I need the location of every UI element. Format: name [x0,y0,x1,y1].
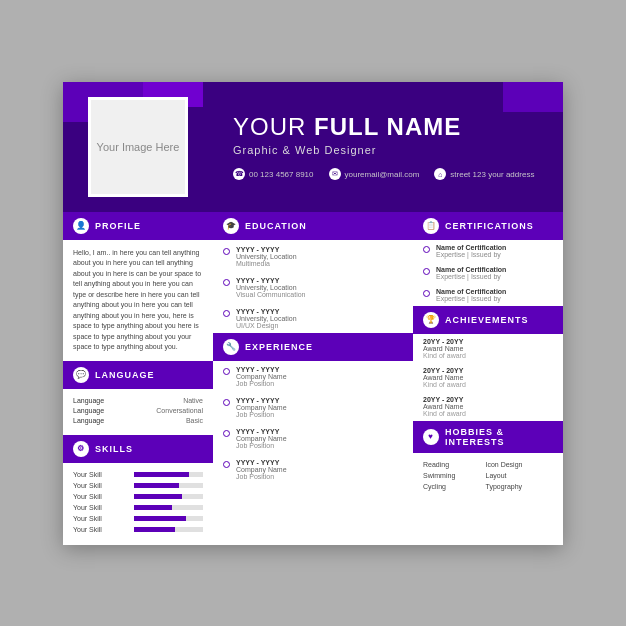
hobby-item: Swimming [423,472,482,479]
email-text: youremail@mail.com [345,170,420,179]
lang-name: Language [73,417,104,424]
ach-kind: Kind of award [423,381,553,388]
skill-name: Your Skill [73,471,128,478]
right-side: 🎓 EDUCATION YYYY - YYYY University, Loca… [213,212,563,545]
profile-label: PROFILE [95,221,141,231]
certifications-header: 📋 CERTIFICATIONS [413,212,563,240]
cert-content: Name of Certification Expertise | Issued… [436,266,506,280]
cert-detail: Expertise | Issued by [436,273,506,280]
achievement-item: 20YY - 20YY Award Name Kind of award [413,392,563,421]
achievement-item: 20YY - 20YY Award Name Kind of award [413,334,563,363]
name-bold: FULL NAME [314,113,461,140]
exp-content: YYYY - YYYY Company Name Job Position [236,366,287,387]
exp-content: YYYY - YYYY Company Name Job Position [236,459,287,480]
skill-bar-fill [134,494,182,499]
skill-name: Your Skill [73,504,128,511]
full-name: YOUR FULL NAME [233,113,543,141]
hobbies-icon: ♥ [423,429,439,445]
skill-bar [134,483,203,488]
hobbies-label: HOBBIES & INTERESTS [445,427,553,447]
edu-year: YYYY - YYYY [236,308,297,315]
language-item: LanguageBasic [73,417,203,424]
skill-bar [134,472,203,477]
exp-company: Company Name [236,466,287,473]
edu-year: YYYY - YYYY [236,277,306,284]
ach-kind: Kind of award [423,352,553,359]
experience-item: YYYY - YYYY Company Name Job Position [213,423,413,454]
phone-text: 00 123 4567 8910 [249,170,314,179]
certifications-label: CERTIFICATIONS [445,221,534,231]
lang-level: Basic [186,417,203,424]
exp-company: Company Name [236,404,287,411]
bullet [223,399,230,406]
ach-name: Award Name [423,403,553,410]
skill-bar [134,505,203,510]
skill-item: Your Skill [73,471,203,478]
bullet [223,461,230,468]
exp-year: YYYY - YYYY [236,366,287,373]
cert-detail: Expertise | Issued by [436,295,506,302]
edu-content: YYYY - YYYY University, Location UI/UX D… [236,308,297,329]
skill-item: Your Skill [73,482,203,489]
lang-name: Language [73,407,104,414]
mid-column: 🎓 EDUCATION YYYY - YYYY University, Loca… [213,212,413,545]
exp-company: Company Name [236,435,287,442]
exp-year: YYYY - YYYY [236,428,287,435]
cert-detail: Expertise | Issued by [436,251,506,258]
bullet [223,430,230,437]
right-right-column: 📋 CERTIFICATIONS Name of Certification E… [413,212,563,545]
body: 👤 PROFILE Hello, I am.. in here you can … [63,212,563,545]
exp-year: YYYY - YYYY [236,459,287,466]
experience-item: YYYY - YYYY Company Name Job Position [213,361,413,392]
hobbies-header: ♥ HOBBIES & INTERESTS [413,421,563,453]
achievement-item: 20YY - 20YY Award Name Kind of award [413,363,563,392]
ach-name: Award Name [423,374,553,381]
ach-years: 20YY - 20YY [423,396,553,403]
bullet [423,268,430,275]
ach-kind: Kind of award [423,410,553,417]
cert-item: Name of Certification Expertise | Issued… [413,240,563,262]
exp-role: Job Position [236,411,287,418]
phone-icon: ☎ [233,168,245,180]
hobby-item: Icon Design [486,461,545,468]
certifications-icon: 📋 [423,218,439,234]
profile-header: 👤 PROFILE [63,212,213,240]
bullet [223,368,230,375]
language-list: LanguageNativeLanguageConversationalLang… [63,389,213,435]
cert-item: Name of Certification Expertise | Issued… [413,284,563,306]
hobby-item: Layout [486,472,545,479]
skill-name: Your Skill [73,482,128,489]
education-header: 🎓 EDUCATION [213,212,413,240]
exp-role: Job Position [236,380,287,387]
language-item: LanguageNative [73,397,203,404]
bullet [223,310,230,317]
edu-year: YYYY - YYYY [236,246,297,253]
exp-company: Company Name [236,373,287,380]
lang-level: Native [183,397,203,404]
experience-header: 🔧 EXPERIENCE [213,333,413,361]
cert-name: Name of Certification [436,244,506,251]
education-label: EDUCATION [245,221,307,231]
left-column: 👤 PROFILE Hello, I am.. in here you can … [63,212,213,545]
skills-list: Your Skill Your Skill Your Skill Your Sk… [63,463,213,545]
education-item: YYYY - YYYY University, Location Visual … [213,271,413,302]
edu-place: University, Location [236,284,306,291]
cert-name: Name of Certification [436,266,506,273]
job-title: Graphic & Web Designer [233,144,543,156]
skill-bar-fill [134,483,179,488]
hobby-item: Reading [423,461,482,468]
education-icon: 🎓 [223,218,239,234]
ach-years: 20YY - 20YY [423,338,553,345]
email-icon: ✉ [329,168,341,180]
experience-icon: 🔧 [223,339,239,355]
education-list: YYYY - YYYY University, Location Multime… [213,240,413,333]
language-item: LanguageConversational [73,407,203,414]
language-label: LANGUAGE [95,370,155,380]
profile-text: Hello, I am.. in here you can tell anyth… [63,240,213,361]
skill-name: Your Skill [73,493,128,500]
skill-name: Your Skill [73,515,128,522]
bullet [223,248,230,255]
edu-place: University, Location [236,315,297,322]
photo-placeholder: Your Image Here [88,97,188,197]
photo-area: Your Image Here [63,82,213,212]
